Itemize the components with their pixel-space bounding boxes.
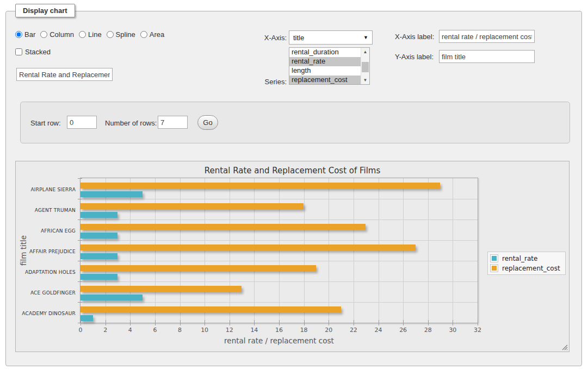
legend-label: replacement_cost (502, 265, 560, 272)
bar-replacement_cost (81, 183, 440, 189)
gridline-horizontal (81, 220, 478, 220)
gridline-vertical (304, 178, 305, 323)
gridline-vertical (453, 178, 453, 323)
chart-legend: rental_ratereplacement_cost (487, 252, 566, 275)
bar-replacement_cost (81, 203, 304, 209)
bar-rental_rate (81, 294, 143, 300)
x-tick-mark (453, 320, 453, 325)
x-tick-label: 20 (325, 327, 332, 334)
scrollbar-thumb[interactable] (362, 62, 369, 72)
series-listbox[interactable]: rental_durationrental_ratelengthreplacem… (289, 47, 370, 85)
stacked-label: Stacked (25, 48, 51, 56)
stacked-checkbox[interactable] (15, 48, 22, 55)
gridline-vertical (279, 178, 280, 323)
x-tick-mark (180, 320, 181, 325)
gridline-vertical (329, 178, 329, 323)
legend-swatch-replacement_cost (490, 264, 498, 272)
go-button[interactable]: Go (197, 115, 218, 130)
y-tick-mark (78, 220, 82, 220)
y-tick-mark (78, 261, 82, 261)
y-tick-mark (78, 178, 82, 179)
row-range-panel: Start row: Number of rows: Go (20, 102, 570, 143)
series-scrollbar[interactable]: ▲ ▼ (361, 48, 369, 84)
y-axis-label-label: Y-Axis label: (395, 53, 434, 61)
scroll-down-icon[interactable]: ▼ (361, 76, 369, 84)
x-tick-label: 32 (474, 327, 481, 334)
gridline-vertical (403, 178, 404, 323)
bar-replacement_cost (81, 224, 366, 230)
x-tick-mark (354, 320, 354, 325)
x-tick-mark (329, 320, 329, 325)
gridline-vertical (155, 178, 156, 323)
y-category-label: ADAPTATION HOLES (16, 269, 76, 275)
chart-type-radio-bar[interactable] (15, 31, 22, 38)
gridline-vertical (230, 178, 230, 323)
x-tick-label: 28 (424, 327, 432, 334)
x-tick-label: 6 (153, 327, 157, 334)
gridline-horizontal (81, 199, 478, 199)
series-option-rental_rate[interactable]: rental_rate (289, 57, 361, 66)
x-tick-mark (205, 320, 205, 325)
bar-rental_rate (81, 253, 117, 259)
chart-type-label: Spline (116, 30, 135, 39)
y-tick-mark (78, 323, 82, 323)
chart-type-option-bar: Bar (15, 30, 35, 39)
x-tick-label: 2 (103, 327, 107, 334)
x-axis-label-input[interactable] (439, 30, 535, 43)
y-tick-mark (78, 199, 82, 199)
x-tick-mark (279, 320, 280, 325)
start-row-label: Start row: (30, 119, 61, 127)
x-axis-select[interactable]: title ▼ (289, 30, 373, 45)
start-row-input[interactable] (67, 116, 97, 129)
resize-handle-icon[interactable] (562, 344, 568, 350)
x-tick-label: 24 (375, 327, 382, 334)
x-tick-mark (403, 320, 404, 325)
y-axis-label-input[interactable] (439, 50, 535, 63)
y-tick-mark (78, 281, 82, 282)
gridline-vertical (205, 178, 205, 323)
chart-type-radio-group: BarColumnLineSplineArea (15, 30, 169, 39)
x-tick-label: 22 (350, 327, 357, 334)
stacked-checkbox-row: Stacked (15, 48, 51, 56)
chart-type-radio-area[interactable] (140, 31, 147, 38)
gridline-vertical (180, 178, 181, 323)
x-tick-mark (155, 320, 156, 325)
gridline-vertical (130, 178, 131, 323)
x-tick-label: 14 (250, 327, 258, 334)
chart-type-option-area: Area (140, 30, 164, 39)
series-options: rental_durationrental_ratelengthreplacem… (289, 48, 361, 84)
y-category-label: ACE GOLDFINGER (16, 290, 76, 296)
chart-type-radio-spline[interactable] (107, 31, 114, 38)
chart-type-option-line: Line (79, 30, 102, 39)
y-tick-mark (78, 240, 82, 241)
x-axis-label-label: X-Axis label: (395, 33, 434, 41)
series-option-length[interactable]: length (289, 66, 361, 76)
chart-type-radio-line[interactable] (79, 31, 86, 38)
series-option-rental_duration[interactable]: rental_duration (289, 48, 361, 57)
gridline-vertical (428, 178, 429, 323)
scrollbar-track[interactable] (361, 56, 369, 76)
number-of-rows-input[interactable] (158, 116, 188, 129)
bar-rental_rate (81, 191, 143, 197)
scroll-up-icon[interactable]: ▲ (361, 48, 369, 56)
chart-type-radio-column[interactable] (40, 31, 47, 38)
series-select-label: Series: (234, 78, 287, 86)
bar-rental_rate (81, 233, 117, 239)
x-tick-mark (106, 320, 106, 325)
chart-type-label: Column (49, 30, 74, 39)
chart-type-option-column: Column (40, 30, 74, 39)
gridline-horizontal (81, 240, 478, 241)
plot-area (80, 178, 478, 323)
series-option-replacement_cost[interactable]: replacement_cost (289, 76, 361, 85)
gridline-vertical (379, 178, 379, 323)
fieldset-legend: Display chart (15, 4, 75, 17)
legend-swatch-rental_rate (490, 254, 498, 262)
chart-title: Rental Rate and Replacement Cost of Film… (16, 166, 569, 175)
x-tick-label: 12 (226, 327, 233, 334)
chart-title-input[interactable] (16, 68, 113, 81)
page: Display chart BarColumnLineSplineArea St… (0, 0, 588, 370)
x-tick-label: 10 (201, 327, 208, 334)
gridline-vertical (354, 178, 354, 323)
y-category-label: AIRPLANE SIERRA (16, 187, 76, 192)
chart-container: Rental Rate and Replacement Cost of Film… (15, 161, 570, 352)
